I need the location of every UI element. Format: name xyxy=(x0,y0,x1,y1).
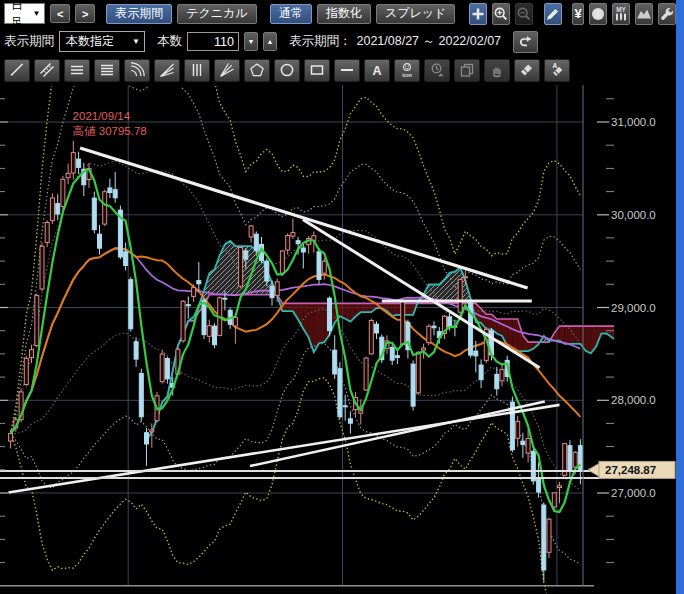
candle-body xyxy=(265,261,269,281)
tool-copy-object xyxy=(454,59,480,82)
candle-body xyxy=(129,280,133,329)
period-mode-value: 本数指定 xyxy=(66,33,114,50)
candle-body xyxy=(192,288,196,297)
tool-text[interactable]: A xyxy=(364,59,390,82)
candle-body xyxy=(463,277,467,278)
candle-body xyxy=(56,204,60,214)
settings-wrench-button[interactable] xyxy=(658,3,676,25)
candle-body xyxy=(573,452,577,467)
my-indicator-button[interactable]: MY xyxy=(612,3,630,25)
peak-annotation: 2021/09/14 xyxy=(73,110,131,122)
candle-body xyxy=(213,326,217,345)
y-axis-label: 27,000.0 xyxy=(611,487,656,499)
draw-pencil-button[interactable] xyxy=(544,3,562,25)
candle-body xyxy=(165,359,169,379)
candle-body xyxy=(369,321,373,354)
tool-ruler[interactable] xyxy=(34,59,60,82)
candle-body xyxy=(30,350,34,358)
candle-body xyxy=(66,173,70,177)
candle-body xyxy=(301,248,305,252)
tool-move-hand xyxy=(484,59,510,82)
tool-time-rotate xyxy=(424,59,450,82)
svg-text:MY: MY xyxy=(616,6,626,13)
candle-body xyxy=(40,246,44,289)
window-right-border xyxy=(676,0,684,594)
tool-four-lines[interactable] xyxy=(94,59,120,82)
tool-rectangle[interactable] xyxy=(304,59,330,82)
candle-body xyxy=(348,419,352,423)
yen-display-button[interactable]: ¥ xyxy=(572,3,584,25)
candle-body xyxy=(45,223,49,243)
candle-body xyxy=(223,298,227,299)
tool-fan-lines[interactable] xyxy=(154,59,180,82)
candle-body xyxy=(375,324,379,333)
chart-style-button[interactable] xyxy=(635,3,653,25)
candle-body xyxy=(547,519,551,552)
add-button[interactable] xyxy=(469,3,487,25)
tool-fibonacci-arcs[interactable] xyxy=(124,59,150,82)
timeframe-select[interactable]: 日足 ▼ xyxy=(4,3,45,24)
candle-body xyxy=(150,430,154,432)
candle-body xyxy=(124,252,128,266)
drawing-toolbar: AiconA xyxy=(0,56,676,84)
candle-body xyxy=(568,446,572,471)
zoom-in-button[interactable] xyxy=(492,3,510,25)
chevron-down-icon: ▼ xyxy=(132,37,140,46)
tool-ellipse[interactable] xyxy=(274,59,300,82)
candle-body xyxy=(296,241,300,244)
svg-text:A: A xyxy=(372,64,381,78)
prev-button[interactable]: < xyxy=(50,4,70,23)
tool-pentagon[interactable] xyxy=(244,59,270,82)
candle-body xyxy=(427,326,431,343)
main-toolbar: 日足 ▼ < > 表示期間 テクニカル 通常 指数化 スプレッド ¥ i MY xyxy=(0,0,676,27)
svg-text:icon: icon xyxy=(402,73,412,78)
candle-body xyxy=(291,233,295,237)
candle-body xyxy=(495,374,499,389)
candle-body xyxy=(516,421,520,438)
candle-body xyxy=(139,373,143,416)
tool-horizontal-line[interactable] xyxy=(334,59,360,82)
candle-body xyxy=(61,179,65,206)
count-increment-button[interactable]: ▲ xyxy=(263,32,277,51)
tool-vertical-lines[interactable] xyxy=(184,59,210,82)
candle-body xyxy=(181,301,185,341)
candle-body xyxy=(92,198,96,230)
tool-eraser[interactable] xyxy=(514,59,540,82)
candle-body xyxy=(317,252,321,280)
candle-body xyxy=(77,159,81,167)
candle-body xyxy=(411,364,415,406)
candle-body xyxy=(401,301,405,344)
candle-body xyxy=(558,486,562,488)
reset-range-button[interactable] xyxy=(513,31,538,53)
next-button[interactable]: > xyxy=(75,4,95,23)
tool-erase-all[interactable]: A xyxy=(544,59,570,82)
bar-count-input[interactable] xyxy=(187,32,239,51)
display-period-button[interactable]: 表示期間 xyxy=(106,4,172,24)
tool-icon-stamp[interactable]: icon xyxy=(394,59,420,82)
price-chart[interactable]: 31,000.030,000.029,000.028,000.027,000.0… xyxy=(0,84,676,594)
y-axis-label: 28,000.0 xyxy=(611,394,656,406)
technical-button[interactable]: テクニカル xyxy=(177,4,256,24)
normal-mode-button[interactable]: 通常 xyxy=(270,4,312,24)
candle-body xyxy=(233,318,237,327)
candle-body xyxy=(333,350,337,374)
candle-body xyxy=(338,369,342,417)
tool-speed-lines[interactable] xyxy=(214,59,240,82)
candle-body xyxy=(186,305,190,306)
svg-text:A: A xyxy=(553,62,558,69)
indexed-button[interactable]: 指数化 xyxy=(317,4,371,24)
candle-body xyxy=(275,282,279,296)
count-decrement-button[interactable]: ▼ xyxy=(244,32,258,51)
candle-body xyxy=(395,356,399,358)
candle-body xyxy=(422,348,426,350)
spread-button[interactable]: スプレッド xyxy=(376,4,455,24)
candle-body xyxy=(197,281,201,284)
info-button[interactable]: i xyxy=(589,3,607,25)
tool-three-lines[interactable] xyxy=(64,59,90,82)
candle-body xyxy=(35,296,39,346)
range-caption: 表示期間： xyxy=(289,33,352,50)
candle-body xyxy=(270,286,274,298)
tool-trend-line[interactable] xyxy=(4,59,30,82)
candle-body xyxy=(448,317,452,327)
period-mode-select[interactable]: 本数指定 ▼ xyxy=(59,31,145,52)
